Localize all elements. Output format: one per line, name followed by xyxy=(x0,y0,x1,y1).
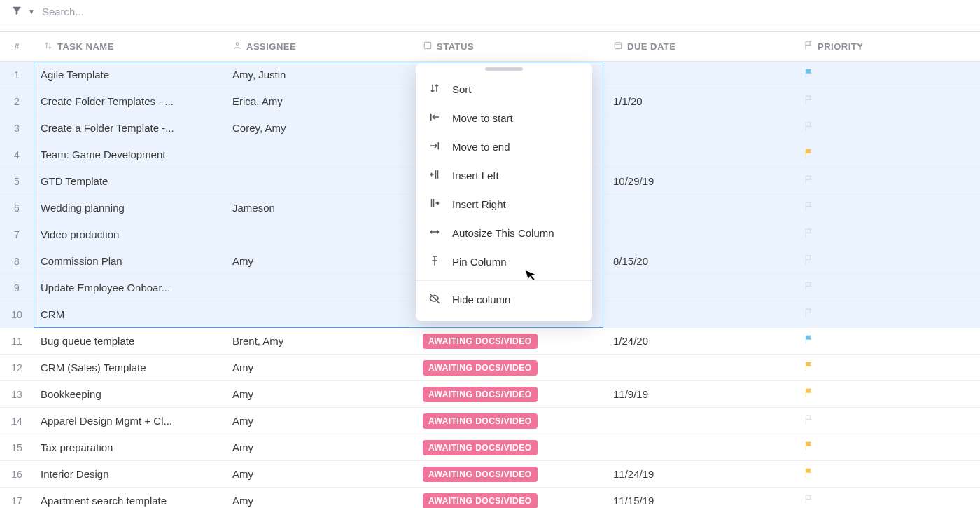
task-name-cell[interactable]: Update Employee Onboar... xyxy=(34,275,223,301)
priority-flag-icon[interactable] xyxy=(804,201,815,214)
priority-cell[interactable] xyxy=(794,467,980,481)
priority-cell[interactable] xyxy=(794,254,980,268)
assignee-cell[interactable]: Brent, Amy xyxy=(223,335,413,347)
assignee-cell[interactable]: Amy xyxy=(223,468,413,480)
status-cell[interactable]: AWAITING DOCS/VIDEO xyxy=(413,440,603,455)
assignee-cell[interactable]: Amy xyxy=(223,415,413,427)
priority-flag-icon[interactable] xyxy=(804,228,815,241)
task-name-cell[interactable]: Apartment search template xyxy=(34,488,223,509)
task-name-cell[interactable]: Video production xyxy=(34,221,223,248)
filter-icon[interactable] xyxy=(11,5,22,19)
priority-flag-icon[interactable] xyxy=(804,95,815,108)
table-row[interactable]: 16 Interior Design Amy AWAITING DOCS/VID… xyxy=(0,461,980,488)
table-row[interactable]: 15 Tax preparation Amy AWAITING DOCS/VID… xyxy=(0,434,980,461)
status-cell[interactable]: AWAITING DOCS/VIDEO xyxy=(413,334,603,349)
table-row[interactable]: 14 Apparel Design Mgmt + Cl... Amy AWAIT… xyxy=(0,408,980,434)
status-cell[interactable]: AWAITING DOCS/VIDEO xyxy=(413,413,603,429)
menu-sort[interactable]: Sort xyxy=(416,75,592,104)
chevron-down-icon[interactable]: ▼ xyxy=(28,8,35,15)
task-name-cell[interactable]: GTD Template xyxy=(34,168,223,195)
due-date-cell[interactable]: 10/29/19 xyxy=(603,175,794,187)
priority-flag-icon[interactable] xyxy=(804,387,815,401)
priority-flag-icon[interactable] xyxy=(804,494,815,507)
table-row[interactable]: 17 Apartment search template Amy AWAITIN… xyxy=(0,488,980,508)
priority-flag-icon[interactable] xyxy=(804,361,815,374)
task-name-cell[interactable]: Wedding planning xyxy=(34,195,223,221)
table-row[interactable]: 12 CRM (Sales) Template Amy AWAITING DOC… xyxy=(0,355,980,381)
due-date-cell[interactable]: 1/1/20 xyxy=(603,95,794,107)
menu-move-end[interactable]: Move to end xyxy=(416,132,592,161)
priority-cell[interactable] xyxy=(794,281,980,294)
priority-flag-icon[interactable] xyxy=(804,121,815,135)
priority-cell[interactable] xyxy=(794,308,980,321)
assignee-cell[interactable]: Amy xyxy=(223,362,413,373)
table-row[interactable]: 11 Bug queue template Brent, Amy AWAITIN… xyxy=(0,328,980,355)
menu-autosize[interactable]: Autosize This Column xyxy=(416,219,592,247)
task-name-cell[interactable]: Team: Game Development xyxy=(34,142,223,168)
due-date-cell[interactable]: 11/24/19 xyxy=(603,468,794,480)
assignee-cell[interactable]: Amy xyxy=(223,441,413,453)
header-assignee[interactable]: ASSIGNEE xyxy=(223,41,413,53)
status-cell[interactable]: AWAITING DOCS/VIDEO xyxy=(413,467,603,482)
assignee-cell[interactable]: Jameson xyxy=(223,202,413,214)
priority-flag-icon[interactable] xyxy=(804,334,815,348)
task-name-cell[interactable]: Bug queue template xyxy=(34,328,223,355)
priority-cell[interactable] xyxy=(794,174,980,188)
priority-flag-icon[interactable] xyxy=(804,68,815,81)
assignee-cell[interactable]: Amy, Justin xyxy=(223,69,413,81)
priority-cell[interactable] xyxy=(794,228,980,241)
priority-flag-icon[interactable] xyxy=(804,254,815,268)
priority-cell[interactable] xyxy=(794,148,980,161)
task-name-cell[interactable]: Create a Folder Template -... xyxy=(34,115,223,142)
priority-cell[interactable] xyxy=(794,68,980,81)
due-date-cell[interactable]: 11/15/19 xyxy=(603,495,794,507)
header-task[interactable]: TASK NAME xyxy=(34,41,223,53)
task-name-cell[interactable]: CRM xyxy=(34,301,223,328)
task-name-cell[interactable]: Tax preparation xyxy=(34,434,223,461)
menu-move-start[interactable]: Move to start xyxy=(416,104,592,132)
priority-cell[interactable] xyxy=(794,334,980,348)
priority-cell[interactable] xyxy=(794,494,980,507)
assignee-cell[interactable]: Amy xyxy=(223,495,413,507)
task-name-cell[interactable]: Apparel Design Mgmt + Cl... xyxy=(34,408,223,434)
task-name-cell[interactable]: Interior Design xyxy=(34,461,223,488)
header-status[interactable]: STATUS xyxy=(413,41,603,53)
menu-insert-right[interactable]: Insert Right xyxy=(416,190,592,219)
task-name-cell[interactable]: Create Folder Templates - ... xyxy=(34,88,223,115)
status-cell[interactable]: AWAITING DOCS/VIDEO xyxy=(413,493,603,509)
table-row[interactable]: 13 Bookkeeping Amy AWAITING DOCS/VIDEO 1… xyxy=(0,381,980,408)
task-name-cell[interactable]: Bookkeeping xyxy=(34,381,223,408)
menu-insert-left[interactable]: Insert Left xyxy=(416,161,592,190)
status-cell[interactable]: AWAITING DOCS/VIDEO xyxy=(413,387,603,402)
status-cell[interactable]: AWAITING DOCS/VIDEO xyxy=(413,360,603,376)
drag-handle[interactable] xyxy=(485,67,523,71)
menu-hide[interactable]: Hide column xyxy=(416,285,592,314)
priority-flag-icon[interactable] xyxy=(804,308,815,321)
header-due[interactable]: DUE DATE xyxy=(603,41,794,53)
assignee-cell[interactable]: Corey, Amy xyxy=(223,122,413,134)
priority-cell[interactable] xyxy=(794,201,980,214)
priority-flag-icon[interactable] xyxy=(804,281,815,294)
priority-cell[interactable] xyxy=(794,361,980,374)
task-name-cell[interactable]: CRM (Sales) Template xyxy=(34,355,223,381)
header-num[interactable]: # xyxy=(0,41,34,52)
due-date-cell[interactable]: 8/15/20 xyxy=(603,255,794,267)
task-name-cell[interactable]: Agile Template xyxy=(34,62,223,88)
assignee-cell[interactable]: Amy xyxy=(223,388,413,400)
due-date-cell[interactable]: 11/9/19 xyxy=(603,388,794,400)
priority-cell[interactable] xyxy=(794,121,980,135)
priority-cell[interactable] xyxy=(794,414,980,427)
priority-flag-icon[interactable] xyxy=(804,414,815,427)
menu-pin[interactable]: Pin Column xyxy=(416,247,592,276)
priority-flag-icon[interactable] xyxy=(804,148,815,161)
task-name-cell[interactable]: Commission Plan xyxy=(34,248,223,275)
header-priority[interactable]: PRIORITY xyxy=(794,41,980,53)
due-date-cell[interactable]: 1/24/20 xyxy=(603,335,794,347)
priority-flag-icon[interactable] xyxy=(804,174,815,188)
assignee-cell[interactable]: Erica, Amy xyxy=(223,95,413,107)
priority-flag-icon[interactable] xyxy=(804,441,815,454)
priority-flag-icon[interactable] xyxy=(804,467,815,481)
priority-cell[interactable] xyxy=(794,387,980,401)
priority-cell[interactable] xyxy=(794,95,980,108)
priority-cell[interactable] xyxy=(794,441,980,454)
